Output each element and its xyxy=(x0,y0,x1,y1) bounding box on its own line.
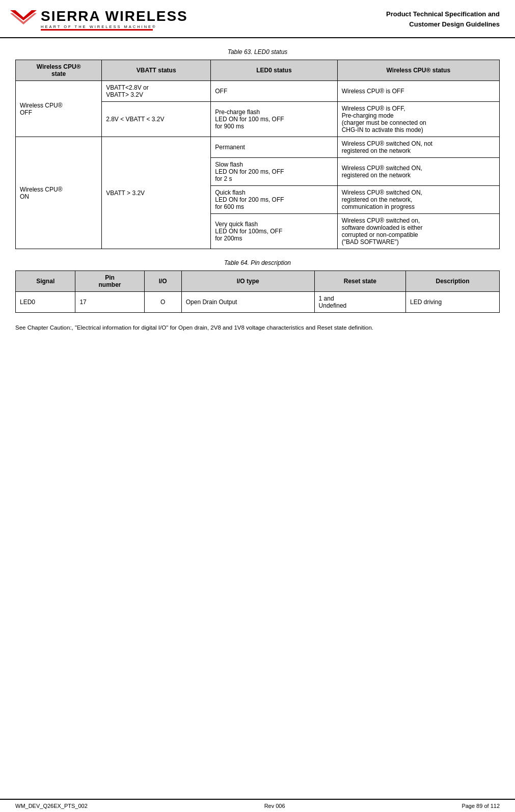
table64-header-4: Reset state xyxy=(314,271,406,292)
table64-header-1: Pinnumber xyxy=(75,271,144,292)
logo-area: SIERRA WIRELESS HEART OF THE WIRELESS MA… xyxy=(10,9,188,32)
cell-led-6: Very quick flashLED ON for 100ms, OFFfor… xyxy=(211,214,337,249)
cell-signal: LED0 xyxy=(16,292,75,313)
table63-caption: Table 63. LED0 status xyxy=(15,48,500,56)
note-paragraph: See Chapter Caution:, "Electrical inform… xyxy=(15,323,500,332)
cell-reset-state: 1 andUndefined xyxy=(314,292,406,313)
table63-header-1: VBATT status xyxy=(102,60,211,81)
title-line1: Product Technical Specification and xyxy=(386,9,500,19)
page-content: Table 63. LED0 status Wireless CPU®state… xyxy=(0,38,515,353)
table-row: Wireless CPU®OFF VBATT<2.8V orVBATT> 3.2… xyxy=(16,81,500,102)
page-header: SIERRA WIRELESS HEART OF THE WIRELESS MA… xyxy=(0,0,515,38)
table63-header-0: Wireless CPU®state xyxy=(16,60,102,81)
cell-vbatt-2: 2.8V < VBATT < 3.2V xyxy=(102,102,211,137)
cell-cpu-state-on: Wireless CPU®ON xyxy=(16,137,102,249)
footer-doc-id: WM_DEV_Q26EX_PTS_002 xyxy=(15,803,88,809)
table64-header-3: I/O type xyxy=(181,271,314,292)
cell-led-2: Pre-charge flashLED ON for 100 ms, OFFfo… xyxy=(211,102,337,137)
company-name: SIERRA WIRELESS xyxy=(41,9,188,23)
cell-status-4: Wireless CPU® switched ON,registered on … xyxy=(337,158,499,186)
table63-header-3: Wireless CPU® status xyxy=(337,60,499,81)
title-line2: Customer Design Guidelines xyxy=(386,19,500,30)
cell-description: LED driving xyxy=(406,292,500,313)
cell-led-4: Slow flashLED ON for 200 ms, OFFfor 2 s xyxy=(211,158,337,186)
cell-led-5: Quick flashLED ON for 200 ms, OFFfor 600… xyxy=(211,186,337,214)
table64: Signal Pinnumber I/O I/O type Reset stat… xyxy=(15,270,500,313)
table63-header-2: LED0 status xyxy=(211,60,337,81)
table64-header-0: Signal xyxy=(16,271,75,292)
table-row: LED0 17 O Open Drain Output 1 andUndefin… xyxy=(16,292,500,313)
cell-vbatt-on: VBATT > 3.2V xyxy=(102,137,211,249)
footer-rev: Rev 006 xyxy=(264,803,285,809)
logo-tagline: HEART OF THE WIRELESS MACHINE® xyxy=(41,24,188,29)
document-title: Product Technical Specification and Cust… xyxy=(386,9,500,29)
cell-status-5: Wireless CPU® switched ON,registered on … xyxy=(337,186,499,214)
table-row: Wireless CPU®ON VBATT > 3.2V Permanent W… xyxy=(16,137,500,158)
cell-status-1: Wireless CPU® is OFF xyxy=(337,81,499,102)
cell-vbatt-1: VBATT<2.8V orVBATT> 3.2V xyxy=(102,81,211,102)
cell-led-3: Permanent xyxy=(211,137,337,158)
table64-header-2: I/O xyxy=(144,271,181,292)
cell-status-3: Wireless CPU® switched ON, notregistered… xyxy=(337,137,499,158)
cell-status-6: Wireless CPU® switched on,software downl… xyxy=(337,214,499,249)
table64-caption: Table 64. Pin description xyxy=(15,259,500,266)
table64-header-5: Description xyxy=(406,271,500,292)
sierra-logo-icon xyxy=(10,10,37,32)
cell-cpu-state-off: Wireless CPU®OFF xyxy=(16,81,102,137)
cell-io-type: Open Drain Output xyxy=(181,292,314,313)
cell-pin-number: 17 xyxy=(75,292,144,313)
page-footer: WM_DEV_Q26EX_PTS_002 Rev 006 Page 89 of … xyxy=(0,799,515,812)
logo-divider xyxy=(41,29,153,31)
table63: Wireless CPU®state VBATT status LED0 sta… xyxy=(15,60,500,249)
footer-page: Page 89 of 112 xyxy=(462,803,500,809)
cell-io: O xyxy=(144,292,181,313)
cell-led-1: OFF xyxy=(211,81,337,102)
cell-status-2: Wireless CPU® is OFF,Pre-charging mode(c… xyxy=(337,102,499,137)
